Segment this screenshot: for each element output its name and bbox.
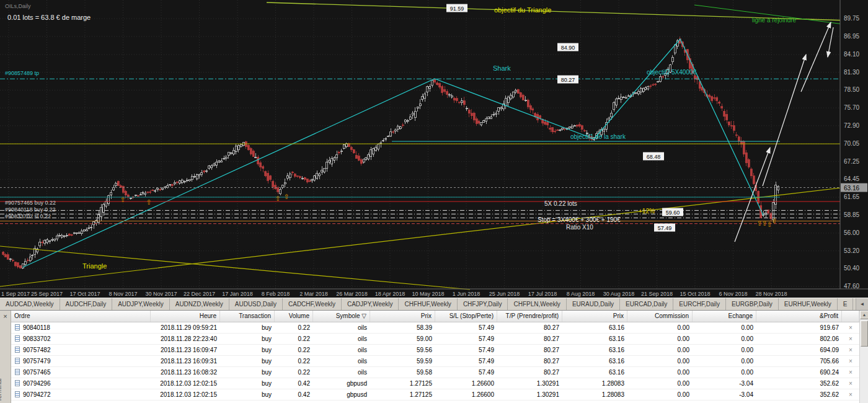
price-axis-label: 84.10 [844,51,859,58]
order-cell: 919.67 [756,322,842,333]
column-header-prix[interactable]: Prix [562,311,627,322]
column-header-transaction[interactable]: Transaction [220,311,275,322]
chart-tab-chfjpy[interactable]: CHFJPY,Daily [458,298,508,310]
order-cell: 352.62 [756,389,842,400]
column-header-volume[interactable]: Volume [275,311,313,322]
tabs-scroll-left-button[interactable]: ◄ [856,298,868,310]
order-cell: 63.16 [562,345,627,355]
date-axis-label: 1 Jun 2018 [453,291,480,297]
chart-tab-e[interactable]: E [838,298,854,310]
column-header-heure[interactable]: Heure [151,311,220,322]
order-cell: 0.22 [275,334,313,344]
order-doc-icon [15,347,20,353]
order-cell: 1.28083 [562,378,627,389]
date-axis-label: 22 Dec 2017 [184,291,215,297]
price-axis-label: 50.40 [844,265,859,272]
triangle-descending-line[interactable] [0,246,470,290]
close-position-button[interactable]: × [842,356,859,366]
order-cell: 1.26600 [435,389,497,400]
column-header-echange[interactable]: Echange [693,311,756,322]
chart-tabs: AUDCAD,WeeklyAUDCHF,DailyAUDJPY,WeeklyAU… [0,298,856,310]
date-axis-label: 10 May 2018 [412,291,444,297]
terminal-close-button[interactable]: × [1,312,9,320]
scroll-up-button[interactable]: ▲ [860,311,868,319]
order-id-cell: 90757482 [11,345,151,355]
terminal-side-strip: × Terminal [0,311,11,403]
order-cell: oils [313,367,370,378]
order-row[interactable]: 907574652018.11.23 16:08:32buy0.22oils59… [11,367,859,378]
column-header--profit[interactable]: &Profit [756,311,842,322]
price-axis-label: 72.90 [844,122,859,129]
buy-entry-arrow-icon: ⇧ [120,196,125,203]
price-tag-text: 80.27 [561,77,575,83]
close-position-button[interactable]: × [842,367,859,378]
column-header-t-p-prendre-profit-[interactable]: T/P (Prendre/profit) [497,311,562,322]
order-cell: 0.00 [693,322,756,333]
order-cell: 0.00 [627,345,693,355]
column-header-ordre[interactable]: Ordre [11,311,151,322]
vertical-scrollbar[interactable]: ▲ [859,311,868,403]
chart-tab-chfhuf[interactable]: CHFHUF,Weekly [399,298,457,310]
order-row[interactable]: 907942962018.12.03 12:02:15buy0.42gbpusd… [11,378,859,389]
chart-tab-audcad[interactable]: AUDCAD,Weekly [0,298,60,310]
order-cell: 0.22 [275,367,313,378]
order-cell: buy [220,334,275,344]
order-cell: 0.00 [627,356,693,366]
column-header-prix[interactable]: Prix [370,311,435,322]
column-header-s-l-stop-perte-[interactable]: S/L (Stop/Perte) [435,311,497,322]
order-cell: 80.27 [497,334,562,344]
orders-table-header: OrdreHeureTransactionVolumeSymbole ▽Prix… [11,311,859,322]
order-cell: 57.49 [435,367,497,378]
chart-tab-eurgbp[interactable]: EURGBP,Daily [726,298,779,310]
close-position-button[interactable]: × [842,345,859,355]
column-header-symbole-[interactable]: Symbole ▽ [313,311,370,322]
close-position-button[interactable]: × [842,378,859,389]
order-cell: 0.22 [275,356,313,366]
close-position-button[interactable]: × [842,322,859,333]
order-cell: 2018.12.03 12:02:15 [151,378,220,389]
buy-entry-arrow-icon: ⇧ [283,193,289,200]
close-position-button[interactable]: × [842,334,859,344]
chart-tab-audjpy[interactable]: AUDJPY,Weekly [112,298,170,310]
objectif1-label: objectif1 de la shark [570,133,626,140]
price-axis-label: 67.25 [844,158,859,165]
order-row[interactable]: 907942722018.12.03 12:02:15buy0.42gbpusd… [11,389,859,401]
orders-table-body: 908401182018.11.29 09:59:21buy0.22oils58… [11,322,859,403]
order-id-cell: 90833702 [11,334,151,344]
scroll-thumb[interactable] [861,321,868,347]
date-axis-label: 15 Oct 2018 [680,291,710,297]
close-position-button[interactable]: × [842,389,859,400]
date-axis-label: 18 Apr 2018 [375,291,405,297]
terminal-vertical-tab[interactable]: Terminal [0,378,2,402]
date-axis-label: 30 Aug 2018 [603,291,635,297]
stop-label: Stop = 3X400€ + 300€ + 190€ [538,216,621,223]
price-chart[interactable]: ⇧⇧⇧⇧⇧⇧⇧⇧#90857489 tp#90757465 buy 0.22#9… [0,0,868,298]
column-header-commission[interactable]: Commission [627,311,693,322]
price-tag-text: 91.59 [450,6,464,12]
chart-tab-cadchf[interactable]: CADCHF,Weekly [283,298,342,310]
objectif2-label: objectif2 5X4000€ [647,69,697,76]
order-cell: buy [220,378,275,389]
analysis-lines [0,2,867,290]
order-line-label: #90757465 buy 0.22 [5,200,56,206]
buy-entry-arrow-icon: ⇧ [146,198,151,206]
chart-tab-eurhuf[interactable]: EURHUF,Weekly [779,298,838,310]
chart-tab-eurchf[interactable]: EURCHF,Daily [673,298,726,310]
order-line-label: #90857489 tp [5,70,39,76]
chart-tab-audchf[interactable]: AUDCHF,Daily [60,298,113,310]
price-axis-label: 78.50 [844,86,859,93]
order-row[interactable]: 907574792018.11.23 16:09:31buy0.22oils59… [11,356,859,367]
date-axis: 1 Sep 201725 Sep 201717 Oct 20178 Nov 20… [1,291,787,297]
price-axis-label: 86.95 [844,33,859,40]
order-cell: 63.16 [562,322,627,333]
chart-tab-euraud[interactable]: EURAUD,Daily [567,298,620,310]
chart-tab-cadjpy[interactable]: CADJPY,Weekly [342,298,399,310]
objectif-triangle-label: objectif du Triangle [494,6,551,14]
chart-tab-eurcad[interactable]: EURCAD,Daily [620,298,673,310]
chart-tab-audusd[interactable]: AUDUSD,Daily [229,298,283,310]
chart-tab-audnzd[interactable]: AUDNZD,Weekly [170,298,229,310]
chart-tab-chfpln[interactable]: CHFPLN,Weekly [508,298,566,310]
order-row[interactable]: 908401182018.11.29 09:59:21buy0.22oils58… [11,322,859,334]
order-row[interactable]: 908337022018.11.28 22:23:40buy0.22oils59… [11,334,859,345]
order-row[interactable]: 907574822018.11.23 16:09:47buy0.22oils59… [11,345,859,356]
